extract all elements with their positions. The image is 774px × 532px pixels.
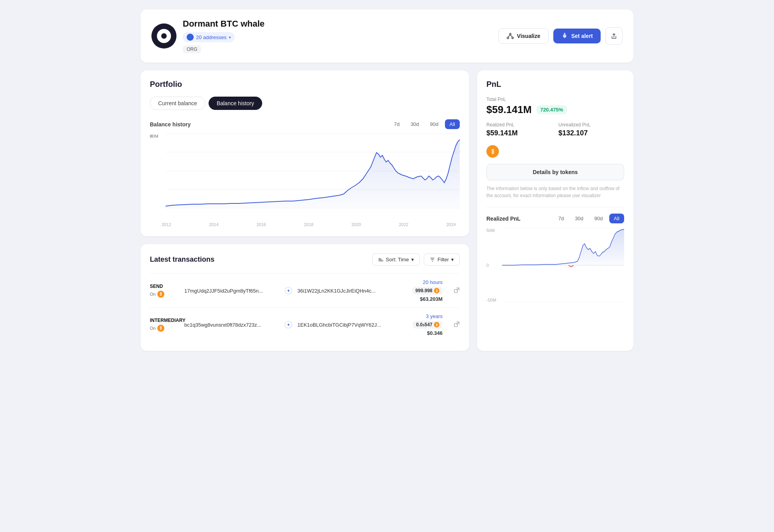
realized-label: Realized PnL	[486, 122, 552, 128]
time-btn-7d[interactable]: 7d	[389, 119, 404, 129]
pnl-time-90d[interactable]: 90d	[590, 214, 608, 223]
external-link-icon-1	[454, 287, 460, 293]
alert-icon	[561, 32, 568, 40]
tx-from-addr-1: 17mgUdq2JJF5id2uPgm8yTf65n...	[184, 288, 279, 294]
chart-header: Balance history 7d 30d 90d All	[150, 119, 460, 129]
tx-from-addr-2: bc1q35wg8vunsrxt0ft78dzx723z...	[184, 322, 279, 328]
on-label-1: On	[150, 292, 156, 297]
tx-external-link-2[interactable]	[446, 321, 460, 329]
total-pnl-section: Total PnL $59.141M 720.475%	[486, 97, 624, 116]
chart-title: Balance history	[150, 121, 191, 128]
sort-label: Sort: Time	[386, 257, 409, 262]
tx-amount-col-1: 20 hours 999.998 ₿ $63.203M	[396, 279, 443, 302]
tx-to-addr-1: 36i1W22jLn2KK1GJcJirEiQHn4c...	[297, 288, 392, 294]
pnl-card: PnL Total PnL $59.141M 720.475% Realized…	[477, 70, 634, 351]
transactions-header: Latest transactions Sort: Time ▾	[150, 253, 460, 266]
pnl-chart-svg	[502, 228, 624, 302]
tx-arrow-1	[283, 287, 294, 295]
pnl-title: PnL	[486, 80, 624, 89]
btc-badge-amount-1: ₿	[434, 288, 439, 293]
pnl-chart-area: 50M 0 -50M	[486, 228, 624, 306]
tx-time-2: 3 years	[426, 313, 443, 319]
x-label-2020: 2020	[351, 222, 361, 227]
tx-external-link-1[interactable]	[446, 287, 460, 295]
svg-point-1	[507, 37, 509, 39]
visualize-button[interactable]: Visualize	[499, 28, 549, 44]
total-pnl-value: $59.141M	[486, 104, 532, 116]
tx-amount-col-2: 3 years 0.0₅547 ₿ $0.346	[396, 313, 443, 336]
sort-chevron-icon: ▾	[411, 257, 414, 262]
share-button[interactable]	[605, 27, 623, 45]
header-left: Dormant BTC whale 👤 20 addresses ▾ ORG	[151, 19, 265, 53]
svg-rect-6	[564, 37, 565, 38]
sort-button[interactable]: Sort: Time ▾	[372, 253, 420, 266]
portfolio-chart-area: 80M 60M 40M 20M 0	[150, 134, 460, 220]
tx-type-1: SEND On ₿	[150, 284, 181, 298]
pnl-time-7d[interactable]: 7d	[554, 214, 569, 223]
share-icon	[610, 32, 617, 40]
tx-to-addr-2: 1EK1oBLGhcbiTGCibjP7VqWY62J...	[297, 322, 392, 328]
portfolio-card: Portfolio Current balance Balance histor…	[140, 70, 469, 236]
arrow-icon-1	[284, 287, 292, 295]
btc-large-badge: ₿	[486, 145, 499, 158]
x-label-2022: 2022	[399, 222, 408, 227]
addresses-row: 👤 20 addresses ▾	[183, 32, 265, 42]
pnl-info-text: The information below is only based on t…	[486, 185, 624, 199]
external-link-icon-2	[454, 321, 460, 327]
time-btn-90d[interactable]: 90d	[425, 119, 443, 129]
filter-label: Filter	[437, 257, 449, 262]
x-label-2018: 2018	[304, 222, 313, 227]
pnl-y-axis: 50M 0 -50M	[486, 228, 496, 306]
unrealized-value: $132.107	[558, 129, 624, 137]
header-actions: Visualize Set alert	[499, 27, 623, 45]
x-label-2012: 2012	[162, 222, 171, 227]
tx-amount-2: 0.0₅547	[416, 322, 432, 327]
svg-point-2	[512, 37, 513, 39]
addresses-icon: 👤	[187, 34, 194, 41]
tab-balance-history[interactable]: Balance history	[209, 97, 263, 110]
chevron-icon: ▾	[229, 35, 231, 40]
time-btn-all[interactable]: All	[445, 119, 460, 129]
tx-type-label-2: INTERMEDIARY	[150, 318, 181, 323]
btc-badge-1: ₿	[157, 291, 164, 298]
pnl-y-50m: 50M	[486, 228, 496, 233]
visualize-icon	[507, 32, 514, 40]
time-btn-30d[interactable]: 30d	[406, 119, 424, 129]
tx-usd-1: $63.203M	[420, 296, 443, 302]
portfolio-time-filter: 7d 30d 90d All	[389, 119, 460, 129]
svg-point-0	[509, 33, 511, 35]
realized-pnl-item: Realized PnL $59.141M	[486, 122, 552, 137]
set-alert-button[interactable]: Set alert	[553, 29, 601, 43]
pnl-percent-badge: 720.475%	[536, 105, 567, 114]
svg-line-17	[457, 288, 459, 290]
btc-badge-amount-2: ₿	[434, 322, 439, 327]
svg-line-4	[510, 35, 513, 37]
pnl-sub-row: Realized PnL $59.141M Unrealized PnL $13…	[486, 122, 624, 137]
filter-chevron-icon: ▾	[451, 257, 454, 262]
pnl-divider	[486, 207, 624, 207]
header-card: Dormant BTC whale 👤 20 addresses ▾ ORG	[140, 9, 634, 63]
tx-amount-1: 999.998	[416, 288, 432, 293]
left-col: Portfolio Current balance Balance histor…	[140, 70, 469, 351]
tx-type-2: INTERMEDIARY On ₿	[150, 318, 181, 332]
set-alert-label: Set alert	[571, 33, 593, 39]
unrealized-pnl-item: Unrealized PnL $132.107	[558, 122, 624, 137]
addresses-badge[interactable]: 👤 20 addresses ▾	[183, 32, 235, 42]
total-pnl-label: Total PnL	[486, 97, 624, 102]
filter-button[interactable]: Filter ▾	[424, 253, 460, 266]
x-axis-labels: 2012 2014 2016 2018 2020 2022 2024	[150, 222, 460, 227]
tx-arrow-2	[283, 321, 294, 329]
details-by-tokens-button[interactable]: Details by tokens	[486, 164, 624, 180]
tx-on-row-2: On ₿	[150, 325, 181, 332]
realized-pnl-row: Realized PnL 7d 30d 90d All	[486, 214, 624, 223]
pnl-time-all[interactable]: All	[609, 214, 624, 223]
table-row: SEND On ₿ 17mgUdq2JJF5id2uPgm8yTf65n...	[150, 273, 460, 307]
btc-badge-2: ₿	[157, 325, 164, 332]
pnl-time-30d[interactable]: 30d	[570, 214, 588, 223]
pnl-y-neg50m: -50M	[486, 298, 496, 302]
tab-current-balance[interactable]: Current balance	[150, 97, 205, 110]
entity-title: Dormant BTC whale	[183, 19, 265, 29]
x-label-2014: 2014	[209, 222, 218, 227]
arrow-icon-2	[284, 321, 292, 329]
tx-amount-badge-2: 0.0₅547 ₿	[413, 321, 443, 329]
